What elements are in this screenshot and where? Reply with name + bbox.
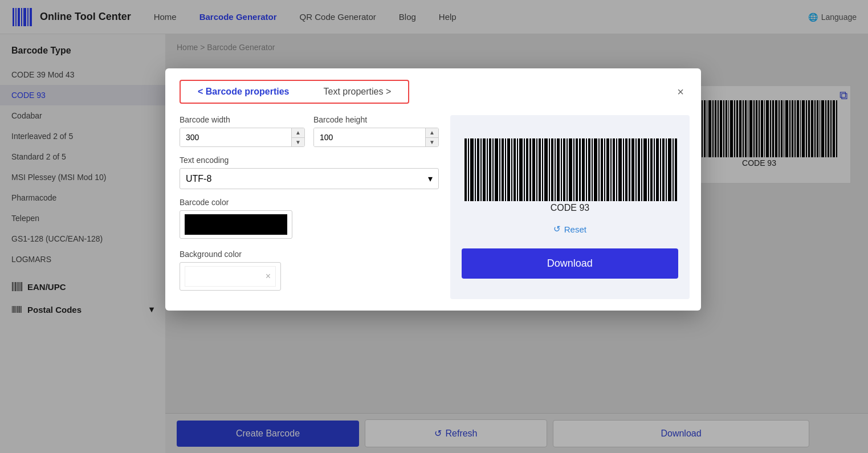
svg-rect-80 xyxy=(470,138,474,201)
svg-rect-109 xyxy=(561,138,562,201)
preview-barcode-svg: CODE 93 xyxy=(462,136,678,215)
barcode-height-group: Barcode height ▲ ▼ xyxy=(313,115,439,147)
svg-rect-134 xyxy=(638,138,640,201)
svg-rect-93 xyxy=(511,138,512,201)
barcode-color-swatch xyxy=(185,214,287,235)
svg-rect-118 xyxy=(588,138,590,201)
dimension-row: Barcode width ▲ ▼ Barcode height xyxy=(180,115,439,147)
svg-rect-110 xyxy=(563,138,565,201)
modal-tabs: < Barcode properties Text properties > xyxy=(180,80,409,104)
svg-rect-126 xyxy=(613,138,615,201)
svg-rect-123 xyxy=(604,138,605,201)
svg-rect-121 xyxy=(598,138,600,201)
barcode-height-spinners: ▲ ▼ xyxy=(425,128,438,146)
tab-text-properties[interactable]: Text properties > xyxy=(307,81,409,103)
svg-rect-84 xyxy=(483,138,486,201)
svg-rect-117 xyxy=(586,138,587,201)
svg-rect-82 xyxy=(477,138,479,201)
text-encoding-group: Text encoding UTF-8 ▾ xyxy=(180,156,439,189)
svg-rect-98 xyxy=(526,138,528,201)
svg-rect-140 xyxy=(656,138,659,201)
svg-rect-114 xyxy=(576,138,578,201)
svg-rect-101 xyxy=(536,138,537,201)
svg-rect-97 xyxy=(524,138,525,201)
svg-rect-128 xyxy=(618,138,622,201)
svg-rect-144 xyxy=(668,138,671,201)
svg-rect-81 xyxy=(475,138,476,201)
tab-barcode-properties[interactable]: < Barcode properties xyxy=(181,81,307,103)
svg-rect-120 xyxy=(594,138,597,201)
text-encoding-arrow-icon: ▾ xyxy=(428,173,433,184)
barcode-width-group: Barcode width ▲ ▼ xyxy=(180,115,305,147)
svg-rect-143 xyxy=(666,138,667,201)
svg-rect-94 xyxy=(514,138,516,201)
svg-rect-103 xyxy=(542,138,543,201)
barcode-height-input[interactable] xyxy=(314,128,425,146)
svg-rect-96 xyxy=(519,138,523,201)
svg-rect-136 xyxy=(643,138,647,201)
modal-body: Barcode width ▲ ▼ Barcode height xyxy=(165,104,701,311)
svg-rect-91 xyxy=(505,138,506,201)
svg-rect-137 xyxy=(648,138,649,201)
svg-rect-124 xyxy=(606,138,609,201)
barcode-width-down[interactable]: ▼ xyxy=(292,138,304,147)
svg-rect-106 xyxy=(551,138,553,201)
reset-icon: ↺ xyxy=(553,224,561,234)
barcode-color-group: Barcode color xyxy=(180,198,439,241)
barcode-height-down[interactable]: ▼ xyxy=(426,138,438,147)
text-encoding-select-wrap[interactable]: UTF-8 ▾ xyxy=(180,168,439,189)
svg-rect-79 xyxy=(468,138,469,201)
svg-rect-99 xyxy=(529,138,531,201)
svg-rect-135 xyxy=(641,138,642,201)
svg-rect-122 xyxy=(601,138,603,201)
svg-rect-83 xyxy=(480,138,482,201)
barcode-width-up[interactable]: ▲ xyxy=(292,128,304,138)
modal-close-button[interactable]: × xyxy=(674,83,687,101)
svg-rect-92 xyxy=(507,138,510,201)
svg-rect-146 xyxy=(675,138,677,201)
barcode-color-swatch-wrap[interactable] xyxy=(180,210,292,239)
svg-text:CODE 93: CODE 93 xyxy=(551,203,590,213)
reset-label: Reset xyxy=(564,225,586,234)
svg-rect-108 xyxy=(557,138,560,201)
svg-rect-142 xyxy=(662,138,665,201)
background-color-group: Background color × xyxy=(180,250,439,291)
barcode-width-label: Barcode width xyxy=(180,115,305,124)
barcode-color-label: Barcode color xyxy=(180,198,439,207)
modal-form: Barcode width ▲ ▼ Barcode height xyxy=(180,115,439,299)
barcode-height-input-wrap: ▲ ▼ xyxy=(313,128,439,147)
bg-clear-icon[interactable]: × xyxy=(266,271,271,281)
svg-rect-104 xyxy=(544,138,548,201)
svg-rect-115 xyxy=(579,138,581,201)
barcode-height-label: Barcode height xyxy=(313,115,439,124)
text-encoding-value: UTF-8 xyxy=(186,174,211,184)
modal-header: < Barcode properties Text properties > × xyxy=(165,68,701,104)
svg-rect-112 xyxy=(569,138,572,201)
background-color-swatch-wrap[interactable]: × xyxy=(180,262,281,291)
svg-rect-95 xyxy=(517,138,518,201)
svg-rect-138 xyxy=(650,138,653,201)
barcode-height-up[interactable]: ▲ xyxy=(426,128,438,138)
svg-rect-129 xyxy=(623,138,624,201)
svg-rect-116 xyxy=(582,138,585,201)
svg-rect-133 xyxy=(635,138,637,201)
svg-rect-130 xyxy=(625,138,627,201)
svg-rect-107 xyxy=(555,138,556,201)
svg-rect-119 xyxy=(592,138,593,201)
svg-rect-132 xyxy=(631,138,634,201)
background-color-swatch: × xyxy=(185,266,276,287)
svg-rect-105 xyxy=(549,138,550,201)
svg-rect-102 xyxy=(539,138,541,201)
download-modal-button[interactable]: Download xyxy=(462,248,678,279)
reset-button[interactable]: ↺ Reset xyxy=(553,224,586,234)
properties-modal: < Barcode properties Text properties > ×… xyxy=(165,68,701,311)
text-encoding-label: Text encoding xyxy=(180,156,439,165)
svg-rect-131 xyxy=(629,138,630,201)
barcode-width-input-wrap: ▲ ▼ xyxy=(180,128,305,147)
svg-rect-111 xyxy=(567,138,568,201)
svg-rect-139 xyxy=(654,138,655,201)
barcode-width-input[interactable] xyxy=(180,128,291,146)
svg-rect-145 xyxy=(673,138,674,201)
svg-rect-127 xyxy=(616,138,617,201)
barcode-width-spinners: ▲ ▼ xyxy=(291,128,304,146)
